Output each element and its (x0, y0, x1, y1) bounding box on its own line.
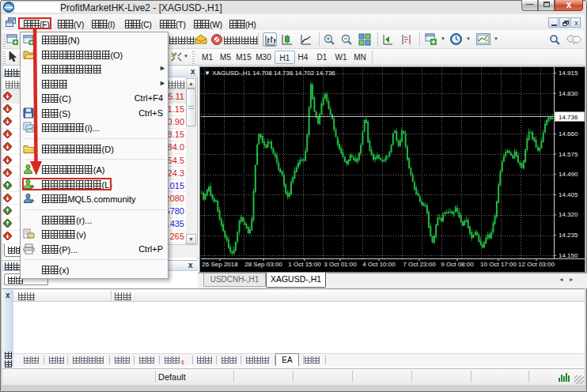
svg-text:3 Oct 01:00: 3 Oct 01:00 (324, 261, 357, 268)
svg-text:28 Sep 03:00: 28 Sep 03:00 (244, 261, 282, 268)
svg-text:14.405: 14.405 (559, 191, 578, 198)
svg-text:14.915: 14.915 (559, 70, 578, 77)
svg-text:14.150: 14.150 (559, 252, 578, 259)
svg-text:26 Sep 2018: 26 Sep 2018 (202, 261, 238, 268)
svg-text:▼ XAGUSD-,H1 14.708 14.736 14: ▼ XAGUSD-,H1 14.708 14.736 14.702 14.736 (204, 70, 335, 77)
svg-text:14.490: 14.490 (559, 171, 578, 178)
svg-text:1 Oct 15:00: 1 Oct 15:00 (288, 261, 321, 268)
svg-text:14.235: 14.235 (559, 232, 578, 239)
svg-text:12 Oct 03:00: 12 Oct 03:00 (518, 261, 555, 268)
svg-text:14.830: 14.830 (559, 90, 578, 97)
svg-text:4 Oct 10:00: 4 Oct 10:00 (362, 261, 396, 268)
svg-text:14.660: 14.660 (559, 130, 578, 138)
svg-text:10 Oct 17:00: 10 Oct 17:00 (480, 261, 517, 268)
svg-text:14.736: 14.736 (559, 114, 578, 121)
svg-text:14.320: 14.320 (559, 211, 578, 218)
svg-text:9 Oct 08:00: 9 Oct 08:00 (441, 261, 474, 268)
svg-text:7 Oct 23:00: 7 Oct 23:00 (403, 261, 436, 268)
svg-text:14.575: 14.575 (559, 151, 578, 158)
